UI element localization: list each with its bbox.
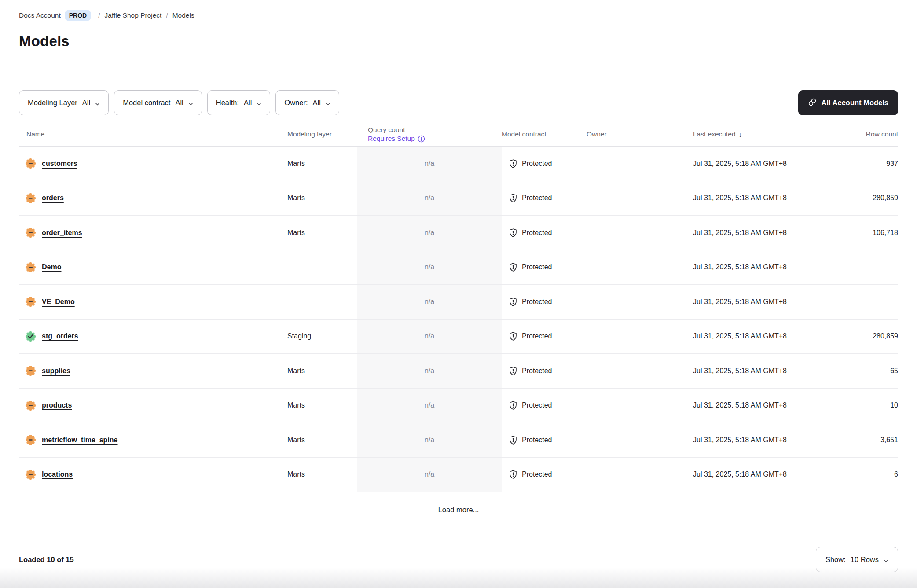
shield-icon (508, 401, 518, 410)
load-more-row: Load more... (19, 492, 898, 528)
model-name-link[interactable]: stg_orders (42, 332, 78, 340)
last-executed-cell: Jul 31, 2025, 5:18 AM GMT+8 (662, 436, 829, 444)
model-contract-cell: Protected (502, 262, 587, 272)
table-row: locations Marts n/a Protected Jul 31, 20… (19, 458, 898, 492)
health-warning-badge-icon (25, 262, 36, 273)
shield-icon (508, 470, 518, 479)
filter-health[interactable]: Health: All (207, 90, 271, 115)
model-name-link[interactable]: products (42, 401, 72, 409)
page-size-select[interactable]: Show: 10 Rows (816, 547, 898, 572)
model-name-link[interactable]: VE_Demo (42, 298, 75, 306)
row-count-cell: 3,651 (829, 436, 898, 444)
shield-icon (508, 262, 518, 272)
health-warning-badge-icon (25, 469, 36, 480)
breadcrumb: Docs Account PROD / Jaffle Shop Project … (19, 0, 898, 20)
last-executed-cell: Jul 31, 2025, 5:18 AM GMT+8 (662, 263, 829, 271)
query-count-cell: n/a (357, 250, 502, 285)
model-contract-label: Protected (522, 436, 552, 444)
shield-icon (508, 228, 518, 238)
row-count-cell: 6 (829, 470, 898, 478)
model-name-link[interactable]: locations (42, 470, 73, 478)
table-row: products Marts n/a Protected Jul 31, 202… (19, 389, 898, 423)
last-executed-cell: Jul 31, 2025, 5:18 AM GMT+8 (662, 470, 829, 478)
column-header-row-count: Row count (829, 130, 898, 138)
all-account-models-button[interactable]: All Account Models (798, 90, 898, 115)
breadcrumb-separator: / (166, 11, 168, 19)
filter-value: All (82, 99, 90, 107)
health-warning-badge-icon (25, 434, 36, 445)
model-contract-cell: Protected (502, 435, 587, 445)
sort-desc-icon: ↓ (739, 131, 742, 138)
name-cell: stg_orders (19, 331, 287, 342)
health-success-badge-icon (25, 331, 36, 342)
query-count-cell: n/a (357, 389, 502, 423)
load-more-button[interactable]: Load more... (438, 506, 479, 514)
page-size-value: 10 Rows (851, 555, 879, 564)
requires-setup-link[interactable]: Requires Setup (368, 134, 425, 143)
chevron-down-icon (884, 556, 888, 564)
link-icon (808, 98, 817, 108)
chevron-down-icon (188, 99, 193, 107)
model-contract-label: Protected (522, 160, 552, 168)
name-cell: Demo (19, 262, 287, 273)
shield-icon (508, 435, 518, 445)
model-name-link[interactable]: Demo (42, 263, 61, 271)
model-contract-cell: Protected (502, 297, 587, 307)
shield-icon (508, 193, 518, 203)
name-cell: products (19, 400, 287, 411)
model-contract-label: Protected (522, 367, 552, 375)
modeling-layer-cell: Marts (287, 401, 357, 409)
shield-icon (508, 297, 518, 307)
column-header-owner: Owner (587, 130, 662, 138)
filter-bar: Modeling Layer All Model contract All He… (19, 90, 339, 115)
column-header-last-executed[interactable]: Last executed ↓ (662, 130, 829, 138)
table-row: supplies Marts n/a Protected Jul 31, 202… (19, 354, 898, 389)
breadcrumb-separator: / (98, 11, 100, 19)
health-warning-badge-icon (25, 296, 36, 307)
breadcrumb-account[interactable]: Docs Account (19, 11, 61, 19)
filter-value: All (313, 99, 321, 107)
name-cell: locations (19, 469, 287, 480)
filter-owner[interactable]: Owner: All (275, 90, 339, 115)
modeling-layer-cell: Marts (287, 160, 357, 168)
health-warning-badge-icon (25, 158, 36, 169)
last-executed-cell: Jul 31, 2025, 5:18 AM GMT+8 (662, 401, 829, 409)
row-count-cell: 280,859 (829, 194, 898, 202)
info-icon[interactable] (418, 135, 425, 143)
model-name-link[interactable]: orders (42, 194, 64, 202)
model-contract-label: Protected (522, 298, 552, 306)
model-name-link[interactable]: supplies (42, 367, 70, 375)
name-cell: orders (19, 193, 287, 204)
page-title: Models (19, 32, 898, 51)
model-name-link[interactable]: metricflow_time_spine (42, 436, 118, 444)
model-contract-label: Protected (522, 401, 552, 409)
name-cell: supplies (19, 365, 287, 376)
query-count-cell: n/a (357, 423, 502, 457)
health-warning-badge-icon (25, 227, 36, 238)
model-contract-cell: Protected (502, 401, 587, 410)
filter-label: Health: (216, 99, 239, 107)
query-count-cell: n/a (357, 320, 502, 354)
filter-modeling-layer[interactable]: Modeling Layer All (19, 90, 109, 115)
shield-icon (508, 366, 518, 376)
filter-label: Owner: (284, 99, 308, 107)
query-count-label: Query count (368, 125, 502, 134)
table-row: stg_orders Staging n/a Protected Jul 31,… (19, 320, 898, 354)
breadcrumb-project[interactable]: Jaffle Shop Project (105, 11, 162, 19)
filter-value: All (175, 99, 183, 107)
column-header-modeling-layer: Modeling layer (287, 130, 357, 138)
name-cell: VE_Demo (19, 296, 287, 307)
model-name-link[interactable]: order_items (42, 229, 82, 237)
filter-model-contract[interactable]: Model contract All (114, 90, 202, 115)
query-count-cell: n/a (357, 354, 502, 388)
model-contract-cell: Protected (502, 159, 587, 169)
last-executed-cell: Jul 31, 2025, 5:18 AM GMT+8 (662, 194, 829, 202)
health-warning-badge-icon (25, 365, 36, 376)
modeling-layer-cell: Staging (287, 332, 357, 340)
model-contract-cell: Protected (502, 228, 587, 238)
table-body: customers Marts n/a Protected Jul 31, 20… (19, 147, 898, 492)
filter-label: Modeling Layer (28, 99, 77, 107)
query-count-cell: n/a (357, 181, 502, 216)
environment-badge: PROD (65, 10, 91, 21)
model-name-link[interactable]: customers (42, 160, 77, 168)
